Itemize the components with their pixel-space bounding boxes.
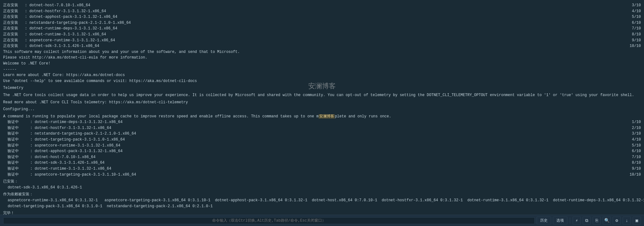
info-line-1: This software may collect information ab… [3, 49, 641, 55]
install-line: 正在安装 : dotnet-runtime-3.1-3.1.32-1.x86_6… [3, 32, 641, 38]
deps-line-2: dotnet-targeting-pack-3.1.x86_64 0:3.1.0… [3, 203, 641, 209]
telemetry-title-line: Telemetry [3, 85, 641, 91]
cache-line: A command is running to populate your lo… [3, 114, 641, 120]
history-button[interactable]: 历史 [537, 217, 551, 224]
info-line-3: Welcome to .NET Core! [3, 61, 641, 67]
separator-line: ------ [3, 67, 641, 73]
installed-pkg-line: dotnet-sdk-3.1.x86_64 0:3.1.426-1 [3, 185, 641, 191]
deps-text-1: aspnetcore-runtime-3.1.x86_64 0:3.1.32-1… [3, 198, 644, 203]
deps-label: 作为依赖被安装： [3, 192, 33, 198]
install-line: 正在安装 : dotnet-host-7.0.10-1.x86_643/10 [3, 3, 641, 8]
verify-line-text: 验证中 : netstandard-targeting-pack-2.1-2.1… [3, 131, 136, 137]
verify-line: 验证中 : dotnet-hostfxr-3.1-3.1.32-1.x86_64… [3, 125, 641, 131]
verify-line-text: 验证中 : dotnet-apphost-pack-3.1-3.1.32-1.x… [3, 148, 123, 154]
verify-line: 验证中 : aspnetcore-runtime-3.1-3.1.32-1.x8… [3, 143, 641, 149]
verify-line-text: 验证中 : aspnetcore-targeting-pack-3.1-3.1.… [3, 172, 136, 178]
verify-lines: 验证中 : dotnet-runtime-deps-3.1-3.1.32-1.x… [3, 119, 641, 177]
learn-text-1: Learn more about .NET Core: https://aka.… [3, 72, 125, 78]
verify-line-text: 验证中 : dotnet-runtime-deps-3.1-3.1.32-1.x… [3, 119, 123, 125]
install-lines: 正在安装 : dotnet-host-7.0.10-1.x86_643/10正在… [3, 3, 641, 49]
verify-progress: 6/10 [622, 148, 641, 154]
verify-line-text: 验证中 : aspnetcore-runtime-3.1-3.1.32-1.x8… [3, 143, 120, 149]
install-progress: 8/10 [622, 32, 641, 38]
configuring-text: Configuring... [3, 106, 35, 112]
verify-line: 验证中 : dotnet-apphost-pack-3.1-3.1.32-1.x… [3, 148, 641, 154]
separator-text: ------ [3, 67, 17, 73]
install-progress: 4/10 [622, 8, 641, 14]
install-line-text: 正在安装 : netstandard-targeting-pack-2.1-2.… [3, 20, 131, 26]
install-line: 正在安装 : netstandard-targeting-pack-2.1-2.… [3, 20, 641, 26]
deps-label-line: 作为依赖被安装： [3, 192, 641, 198]
installed-label-line: 已安装： [3, 179, 641, 185]
verify-progress: 3/10 [622, 131, 641, 137]
install-line-text: 正在安装 : dotnet-hostfxr-3.1-3.1.32-1.x86_6… [3, 8, 106, 14]
verify-progress: 1/10 [622, 119, 641, 125]
info-text-2: Please visit http://aka.ms/dotnet-cli-eu… [3, 55, 147, 61]
terminal-body: 安澜博客 正在安装 : dotnet-host-7.0.10-1.x86_643… [0, 0, 644, 215]
verify-line-text: 验证中 : dotnet-hostfxr-3.1-3.1.32-1.x86_64 [3, 125, 111, 131]
install-line-text: 正在安装 : dotnet-host-7.0.10-1.x86_64 [3, 3, 90, 8]
verify-line-text: 验证中 : dotnet-targeting-pack-3.1-3.1.0-1.… [3, 137, 125, 143]
install-line-text: 正在安装 : aspnetcore-runtime-3.1-3.1.32-1.x… [3, 38, 115, 44]
toolbar: 历史 选项 ⚡ ⧉ ⎘ 🔍 ⚙ ↓ ▣ [0, 215, 644, 226]
install-progress: 7/10 [622, 26, 641, 32]
verify-line-text: 验证中 : dotnet-runtime-3.1-3.1.32-1.x86_64 [3, 166, 111, 172]
install-line-text: 正在安装 : dotnet-apphost-pack-3.1-3.1.32-1.… [3, 14, 117, 20]
install-progress: 9/10 [622, 38, 641, 44]
install-progress: 6/10 [622, 20, 641, 26]
paste-button[interactable]: ⎘ [593, 217, 601, 225]
installed-label: 已安装： [3, 179, 18, 185]
deps-text-2: dotnet-targeting-pack-3.1.x86_64 0:3.1.0… [3, 203, 213, 209]
copy-button[interactable]: ⧉ [583, 217, 591, 225]
verify-line: 验证中 : netstandard-targeting-pack-2.1-2.1… [3, 131, 641, 137]
gear-button[interactable]: ⚙ [613, 217, 621, 225]
install-progress: 10/10 [622, 43, 641, 49]
select-button[interactable]: 选项 [553, 217, 567, 224]
verify-line: 验证中 : dotnet-host-7.0.10-1.x86_647/10 [3, 154, 641, 160]
install-progress: 5/10 [622, 14, 641, 20]
install-line-text: 正在安装 : dotnet-runtime-deps-3.1-3.1.32-1.… [3, 26, 117, 32]
search-button[interactable]: 🔍 [603, 217, 611, 225]
telemetry-body: The .NET Core tools collect usage data i… [3, 92, 634, 98]
install-line: 正在安装 : dotnet-sdk-3.1-3.1.426-1.x86_6410… [3, 43, 641, 49]
verify-line: 验证中 : aspnetcore-targeting-pack-3.1-3.1.… [3, 172, 641, 178]
telemetry-link: Read more about .NET Core CLI Tools tele… [3, 100, 188, 105]
verify-line: 验证中 : dotnet-runtime-deps-3.1-3.1.32-1.x… [3, 119, 641, 125]
learn-text-2: Use 'dotnet --help' to see available com… [3, 78, 197, 84]
info-line-2: Please visit http://aka.ms/dotnet-cli-eu… [3, 55, 641, 61]
configuring-line: Configuring... [3, 106, 641, 112]
lightning-button[interactable]: ⚡ [573, 217, 581, 225]
telemetry-title: Telemetry [3, 85, 23, 91]
verify-line: 验证中 : dotnet-sdk-3.1-3.1.426-1.x86_648/1… [3, 160, 641, 166]
info-text-3: Welcome to .NET Core! [3, 61, 50, 67]
toolbar-separator-1 [570, 218, 570, 224]
info-text-1: This software may collect information ab… [3, 49, 240, 55]
watermark-inline: 安澜博客 [319, 114, 335, 119]
install-progress: 3/10 [622, 3, 641, 8]
verify-progress: 10/10 [622, 172, 641, 178]
verify-line-text: 验证中 : dotnet-host-7.0.10-1.x86_64 [3, 154, 95, 160]
scroll-down-button[interactable]: ↓ [623, 217, 631, 225]
telemetry-body-line: The .NET Core tools collect usage data i… [3, 92, 641, 98]
verify-progress: 5/10 [622, 143, 641, 149]
verify-line: 验证中 : dotnet-runtime-3.1-3.1.32-1.x86_64… [3, 166, 641, 172]
install-line: 正在安装 : aspnetcore-runtime-3.1-3.1.32-1.x… [3, 38, 641, 44]
telemetry-link-line: Read more about .NET Core CLI Tools tele… [3, 100, 641, 105]
complete-text: 完毕！ [3, 210, 14, 215]
command-input[interactable] [3, 217, 535, 224]
verify-line: 验证中 : dotnet-targeting-pack-3.1-3.1.0-1.… [3, 137, 641, 143]
verify-progress: 7/10 [622, 154, 641, 160]
learn-line-2: Use 'dotnet --help' to see available com… [3, 78, 641, 84]
learn-line-1: Learn more about .NET Core: https://aka.… [3, 72, 641, 78]
verify-line-text: 验证中 : dotnet-sdk-3.1-3.1.426-1.x86_64 [3, 160, 105, 166]
verify-progress: 8/10 [622, 160, 641, 166]
verify-progress: 9/10 [622, 166, 641, 172]
install-line: 正在安装 : dotnet-apphost-pack-3.1-3.1.32-1.… [3, 14, 641, 20]
install-line-text: 正在安装 : dotnet-sdk-3.1-3.1.426-1.x86_64 [3, 43, 99, 49]
verify-progress: 2/10 [622, 125, 641, 131]
install-line-text: 正在安装 : dotnet-runtime-3.1-3.1.32-1.x86_6… [3, 32, 106, 38]
install-line: 正在安装 : dotnet-hostfxr-3.1-3.1.32-1.x86_6… [3, 8, 641, 14]
window-button[interactable]: ▣ [633, 217, 641, 225]
complete-line: 完毕！ [3, 210, 641, 215]
install-line: 正在安装 : dotnet-runtime-deps-3.1-3.1.32-1.… [3, 26, 641, 32]
